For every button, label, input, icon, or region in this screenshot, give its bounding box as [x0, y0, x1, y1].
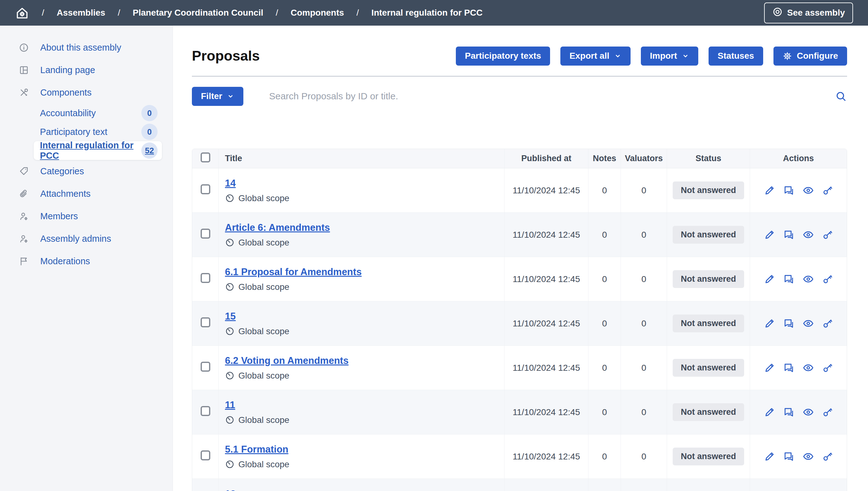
answer-chat-icon[interactable]	[783, 318, 795, 329]
breadcrumb-assemblies[interactable]: Assemblies	[57, 8, 105, 18]
tag-icon	[19, 166, 29, 176]
filter-button[interactable]: Filter	[192, 87, 243, 106]
permissions-key-icon[interactable]	[822, 184, 833, 196]
breadcrumb-separator: /	[356, 8, 359, 18]
permissions-key-icon[interactable]	[822, 318, 833, 329]
global-scope-icon	[225, 282, 235, 292]
row-checkbox[interactable]	[200, 451, 210, 460]
row-checkbox[interactable]	[200, 317, 210, 327]
search-icon[interactable]	[835, 90, 847, 103]
select-all-checkbox[interactable]	[200, 152, 210, 163]
answer-chat-icon[interactable]	[783, 184, 795, 196]
import-button[interactable]: Import	[641, 47, 698, 66]
edit-pencil-icon[interactable]	[764, 451, 775, 462]
breadcrumb-components[interactable]: Components	[290, 8, 344, 18]
edit-pencil-icon[interactable]	[764, 362, 775, 374]
proposal-title-link[interactable]: Article 6: Amendments	[225, 222, 330, 233]
sidebar-item-components[interactable]: Components	[0, 81, 173, 104]
row-checkbox[interactable]	[200, 362, 210, 372]
proposal-title-link[interactable]: 14	[225, 178, 236, 189]
breadcrumb-current-component: Internal regulation for PCC	[371, 8, 483, 18]
proposal-title-link[interactable]: 11	[225, 400, 235, 411]
column-header-published-at: Published at	[504, 149, 588, 168]
published-at-cell: 11/10/2024 12:45	[504, 390, 588, 434]
answer-chat-icon[interactable]	[783, 362, 795, 374]
row-checkbox[interactable]	[200, 184, 210, 194]
filter-row: Filter	[192, 87, 847, 106]
edit-pencil-icon[interactable]	[764, 273, 775, 285]
scope-label: Global scope	[238, 459, 289, 469]
global-scope-icon	[225, 459, 235, 469]
sidebar-item-moderations[interactable]: Moderations	[0, 250, 173, 272]
home-icon[interactable]	[15, 6, 29, 20]
proposal-title-link[interactable]: 6.2 Voting on Amendments	[225, 355, 348, 366]
proposal-title-link[interactable]: 15	[225, 311, 236, 322]
info-icon	[19, 42, 29, 53]
edit-pencil-icon[interactable]	[764, 318, 775, 329]
scope-label: Global scope	[238, 326, 289, 337]
scope-label: Global scope	[238, 238, 289, 248]
sidebar-subitem-accountability[interactable]: Accountability 0	[34, 104, 162, 122]
statuses-button[interactable]: Statuses	[709, 47, 763, 66]
permissions-key-icon[interactable]	[822, 406, 833, 418]
preview-eye-icon[interactable]	[803, 406, 814, 418]
row-checkbox[interactable]	[200, 273, 210, 283]
answer-chat-icon[interactable]	[783, 406, 795, 418]
sidebar-item-attachments[interactable]: Attachments	[0, 182, 173, 205]
see-assembly-label: See assembly	[787, 8, 845, 18]
proposal-title-link[interactable]: 5.1 Formation	[225, 444, 288, 455]
proposal-title-link[interactable]: 6.1 Proposal for Amendments	[225, 266, 362, 278]
answer-chat-icon[interactable]	[783, 273, 795, 285]
sidebar-item-categories[interactable]: Categories	[0, 160, 173, 182]
breadcrumb-assembly-name[interactable]: Planetary Coordination Council	[133, 8, 263, 18]
proposal-title-link[interactable]: 12	[225, 489, 236, 491]
valuators-count: 0	[621, 301, 667, 346]
sidebar-item-members[interactable]: Members	[0, 205, 173, 227]
valuators-count: 0	[621, 390, 667, 434]
table-row: 15 Global scope 11/10/2024 12:45 0 0 Not…	[192, 301, 847, 346]
count-badge: 0	[141, 124, 158, 140]
answer-chat-icon[interactable]	[783, 229, 795, 240]
edit-pencil-icon[interactable]	[764, 229, 775, 240]
notes-count: 0	[588, 168, 621, 213]
row-checkbox[interactable]	[200, 406, 210, 416]
page-title: Proposals	[192, 48, 260, 64]
preview-eye-icon[interactable]	[803, 273, 814, 285]
sidebar-subitem-internal-regulation[interactable]: Internal regulation for PCC 52	[34, 141, 162, 160]
sidebar-item-label: Members	[40, 211, 78, 222]
preview-eye-icon[interactable]	[803, 451, 814, 462]
preview-eye-icon[interactable]	[803, 184, 814, 196]
permissions-key-icon[interactable]	[822, 362, 833, 374]
valuators-count: 0	[621, 168, 667, 213]
main-content: Proposals Participatory texts Export all…	[173, 26, 868, 491]
button-label: Configure	[797, 51, 838, 61]
sidebar-item-label: Landing page	[40, 65, 95, 75]
search-input[interactable]	[268, 91, 835, 102]
edit-pencil-icon[interactable]	[764, 184, 775, 196]
column-header-title: Title	[219, 149, 504, 168]
sidebar-item-about[interactable]: About this assembly	[0, 36, 173, 59]
sidebar-item-label: Components	[40, 87, 91, 98]
permissions-key-icon[interactable]	[822, 229, 833, 240]
sidebar-item-assembly-admins[interactable]: Assembly admins	[0, 227, 173, 250]
column-header-notes: Notes	[588, 149, 621, 168]
preview-eye-icon[interactable]	[803, 362, 814, 374]
sidebar-item-landing-page[interactable]: Landing page	[0, 59, 173, 81]
see-assembly-button[interactable]: See assembly	[764, 2, 853, 23]
sidebar: About this assembly Landing page Compone…	[0, 26, 173, 491]
published-at-cell: 11/10/2024 12:45	[504, 257, 588, 301]
permissions-key-icon[interactable]	[822, 273, 833, 285]
participatory-texts-button[interactable]: Participatory texts	[456, 47, 550, 66]
status-badge: Not answered	[673, 181, 744, 199]
chevron-down-icon	[227, 92, 234, 100]
export-all-button[interactable]: Export all	[560, 47, 630, 66]
preview-eye-icon[interactable]	[803, 318, 814, 329]
configure-button[interactable]: Configure	[773, 47, 847, 66]
answer-chat-icon[interactable]	[783, 451, 795, 462]
row-checkbox[interactable]	[200, 229, 210, 239]
permissions-key-icon[interactable]	[822, 451, 833, 462]
status-badge: Not answered	[673, 403, 744, 421]
sidebar-subitem-participatory-text[interactable]: Participatory text 0	[34, 122, 162, 141]
edit-pencil-icon[interactable]	[764, 406, 775, 418]
preview-eye-icon[interactable]	[803, 229, 814, 240]
